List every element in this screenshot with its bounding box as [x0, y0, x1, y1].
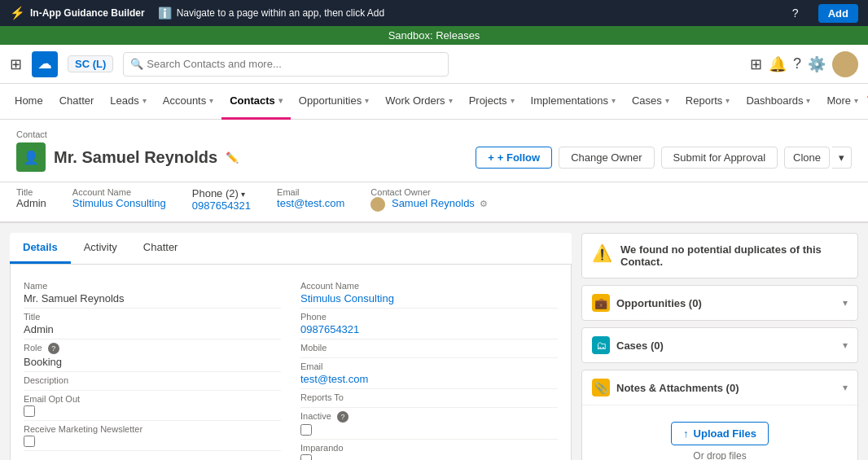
nav-projects[interactable]: Projects▾: [461, 84, 523, 120]
nav-implementations[interactable]: Implementations▾: [523, 84, 624, 120]
meta-owner: Contact Owner Samuel Reynolds ⚙: [370, 187, 488, 212]
submit-approval-button[interactable]: Submit for Approval: [661, 147, 778, 169]
nav-reports[interactable]: Reports▾: [677, 84, 739, 120]
account-name-link[interactable]: Stimulus Consulting: [72, 197, 166, 209]
drop-text: Or drop files: [602, 450, 838, 460]
field-reports-to: Reports To ✏: [300, 389, 558, 408]
field-inactive: Inactive ? ✏: [300, 408, 558, 440]
sandbox-bar: Sandbox: Releases: [0, 26, 868, 45]
notes-card-title: Notes & Attachments (0): [616, 382, 836, 394]
duplicate-warning-text: We found no potential duplicates of this…: [620, 243, 848, 268]
field-role: Role ? Booking ✏: [24, 340, 281, 372]
meta-account: Account Name Stimulus Consulting: [72, 187, 166, 212]
owner-avatar: [370, 197, 385, 212]
change-owner-button[interactable]: Change Owner: [559, 147, 654, 169]
opps-chevron-icon: ▾: [365, 96, 369, 105]
search-icon: 🔍: [130, 58, 143, 70]
nav-dashboards[interactable]: Dashboards▾: [738, 84, 818, 120]
opportunities-card: 💼 Opportunities (0) ▾: [581, 285, 858, 321]
owner-link[interactable]: Samuel Reynolds: [392, 197, 475, 209]
proj-chevron-icon: ▾: [511, 96, 515, 105]
role-help-icon[interactable]: ?: [48, 343, 59, 354]
opportunities-card-header[interactable]: 💼 Opportunities (0) ▾: [582, 286, 857, 320]
upload-icon: ↑: [683, 427, 689, 440]
search-wrap: 🔍: [123, 52, 449, 77]
settings-icon[interactable]: ⚙️: [808, 55, 826, 73]
owner-settings-icon[interactable]: ⚙: [480, 199, 488, 208]
grid-icon[interactable]: ⊞: [10, 55, 22, 73]
cases-chevron-icon: ▾: [665, 96, 669, 105]
tab-activity[interactable]: Activity: [71, 233, 130, 264]
field-account-link[interactable]: Stimulus Consulting: [300, 292, 394, 304]
app-name: ⚡ In-App Guidance Builder: [10, 6, 145, 20]
nav-contacts[interactable]: Contacts▾: [221, 84, 291, 120]
field-marketing-newsletter: Receive Marketing Newsletter ✏: [24, 421, 281, 451]
main-layout: Details Activity Chatter Name Mr. Samuel…: [0, 223, 868, 460]
more-actions-button[interactable]: ▾: [832, 147, 852, 169]
impl-chevron-icon: ▾: [612, 96, 616, 105]
more-chevron-icon: ▾: [854, 96, 858, 105]
notes-chevron-icon: ▾: [843, 382, 848, 393]
field-phone: Phone 0987654321 ✏: [300, 309, 558, 340]
cases-icon: 🗂: [592, 336, 610, 354]
cases-card-title: Cases (0): [616, 340, 836, 352]
tab-chatter[interactable]: Chatter: [130, 233, 191, 264]
duplicate-warning-card: ⚠️ We found no potential duplicates of t…: [581, 233, 858, 278]
nav-more[interactable]: More▾: [818, 84, 866, 120]
org-label[interactable]: SC (L): [68, 55, 113, 72]
notes-card-header[interactable]: 📎 Notes & Attachments (0) ▾: [582, 370, 857, 405]
nav-accounts[interactable]: Accounts▾: [155, 84, 221, 120]
cases-card-header[interactable]: 🗂 Cases (0) ▾: [582, 328, 857, 362]
meta-email: Email test@test.com: [277, 187, 344, 212]
marketing-newsletter-checkbox[interactable]: [24, 436, 35, 447]
nav-leads[interactable]: Leads▾: [102, 84, 154, 120]
field-email-link[interactable]: test@test.com: [300, 373, 368, 385]
meta-phone: Phone (2) ▾ 0987654321: [192, 187, 251, 212]
edit-name-icon[interactable]: ✏️: [226, 151, 239, 164]
email-opt-out-checkbox[interactable]: [24, 405, 35, 417]
field-name: Name Mr. Samuel Reynolds ✏: [24, 278, 281, 309]
navbar: Home Chatter Leads▾ Accounts▾ Contacts▾ …: [0, 84, 868, 120]
grid-apps-icon[interactable]: ⊞: [750, 55, 762, 73]
nav-chatter[interactable]: Chatter: [51, 84, 103, 120]
nav-cases[interactable]: Cases▾: [624, 84, 677, 120]
avatar[interactable]: [832, 51, 858, 77]
left-panel: Details Activity Chatter Name Mr. Samuel…: [10, 233, 572, 460]
inactive-checkbox[interactable]: [300, 424, 312, 436]
follow-button[interactable]: + + Follow: [476, 147, 552, 169]
warning-icon: ⚠️: [592, 243, 612, 263]
record-actions: + + Follow Change Owner Submit for Appro…: [476, 147, 852, 169]
opportunities-card-title: Opportunities (0): [616, 297, 836, 309]
meta-title: Title Admin: [16, 187, 46, 212]
fields-left-col: Name Mr. Samuel Reynolds ✏ Title Admin ✏…: [24, 278, 281, 460]
info-icon: ℹ️: [158, 7, 172, 20]
notes-card: 📎 Notes & Attachments (0) ▾ ↑ Upload Fil…: [581, 370, 858, 460]
search-input[interactable]: [147, 58, 441, 70]
record-meta: Title Admin Account Name Stimulus Consul…: [0, 182, 868, 223]
header-icons: ⊞ 🔔 ? ⚙️: [750, 51, 858, 77]
field-phone-link[interactable]: 0987654321: [300, 323, 359, 335]
help-button[interactable]: ?: [786, 3, 805, 23]
plus-icon: +: [488, 151, 494, 164]
nav-work-orders[interactable]: Work Orders▾: [377, 84, 460, 120]
nav-opportunities[interactable]: Opportunities▾: [291, 84, 377, 120]
phone-dropdown-icon[interactable]: ▾: [241, 190, 245, 199]
right-panel: ⚠️ We found no potential duplicates of t…: [581, 233, 858, 460]
tab-details[interactable]: Details: [10, 233, 71, 264]
clone-button[interactable]: Clone: [784, 147, 830, 169]
inactive-help-icon[interactable]: ?: [337, 411, 349, 423]
guidance-add-button[interactable]: Add: [818, 4, 858, 23]
help-icon[interactable]: ?: [793, 55, 801, 72]
phone-link[interactable]: 0987654321: [192, 199, 251, 212]
notification-icon[interactable]: 🔔: [769, 55, 787, 73]
imparando-checkbox[interactable]: [300, 454, 312, 460]
salesforce-logo: ☁: [32, 51, 58, 77]
notes-icon: 📎: [592, 379, 610, 396]
lightning-icon: ⚡: [10, 6, 25, 20]
field-mobile: Mobile ✏: [300, 340, 558, 358]
email-link[interactable]: test@test.com: [277, 197, 344, 209]
details-section: Name Mr. Samuel Reynolds ✏ Title Admin ✏…: [10, 265, 572, 460]
upload-files-button[interactable]: ↑ Upload Files: [671, 422, 769, 445]
field-account-name: Account Name Stimulus Consulting ✏: [300, 278, 558, 309]
nav-home[interactable]: Home: [7, 84, 51, 120]
